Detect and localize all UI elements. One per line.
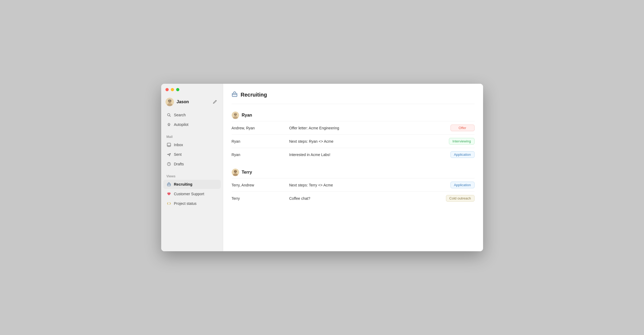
terry-header: Terry xyxy=(232,165,475,178)
sidebar-item-customer-support[interactable]: Customer Support xyxy=(163,189,221,198)
user-header: Jason xyxy=(161,95,223,110)
drafts-label: Drafts xyxy=(174,162,184,166)
email-from: Terry xyxy=(232,196,285,201)
ryan-name: Ryan xyxy=(242,113,252,118)
sent-label: Sent xyxy=(174,152,182,157)
email-from: Ryan xyxy=(232,153,285,157)
user-name: Jason xyxy=(177,99,189,104)
svg-point-22 xyxy=(234,171,235,172)
email-subject: Offer letter: Acme Engineering xyxy=(289,126,446,130)
email-tag-offer: Offer xyxy=(451,125,475,131)
close-button[interactable] xyxy=(165,88,169,91)
mail-section-label: Mail xyxy=(161,132,223,140)
maximize-button[interactable] xyxy=(176,88,179,91)
compose-icon xyxy=(213,99,218,104)
svg-point-17 xyxy=(234,114,235,114)
email-from: Ryan xyxy=(232,139,285,143)
main-header: Recruiting xyxy=(232,89,475,104)
email-row[interactable]: Ryan Interested in Acme Labs! Applicatio… xyxy=(232,148,475,161)
email-row[interactable]: Terry Coffee chat? Cold outreach xyxy=(232,192,475,205)
contact-group-ryan: Ryan Andrew, Ryan Offer letter: Acme Eng… xyxy=(232,108,475,161)
autopilot-icon xyxy=(167,122,171,127)
email-subject: Next steps: Terry <> Acme xyxy=(289,183,446,187)
email-tag-cold-outreach: Cold outreach xyxy=(446,195,475,202)
svg-point-1 xyxy=(168,99,172,103)
email-subject: Interested in Acme Labs! xyxy=(289,153,446,157)
email-from: Terry, Andrew xyxy=(232,183,285,187)
ryan-header: Ryan xyxy=(232,108,475,121)
email-row[interactable]: Andrew, Ryan Offer letter: Acme Engineer… xyxy=(232,121,475,134)
email-tag-application: Application xyxy=(451,151,475,158)
sent-icon xyxy=(167,152,171,157)
drafts-icon xyxy=(167,162,171,166)
code-icon xyxy=(167,201,171,206)
main-title: Recruiting xyxy=(241,92,267,98)
sidebar-nav: Search Autopilot xyxy=(161,110,223,130)
email-tag-application: Application xyxy=(451,182,475,188)
ryan-avatar xyxy=(232,111,239,119)
recruiting-icon xyxy=(167,182,171,187)
svg-point-23 xyxy=(236,171,236,172)
contact-group-terry: Terry Terry, Andrew Next steps: Terry <>… xyxy=(232,165,475,205)
heart-icon xyxy=(167,192,171,196)
sidebar-item-drafts[interactable]: Drafts xyxy=(163,159,221,169)
main-header-icon xyxy=(232,91,238,98)
sidebar-item-inbox[interactable]: Inbox xyxy=(163,140,221,149)
inbox-icon xyxy=(167,142,171,147)
sidebar-item-search[interactable]: Search xyxy=(163,110,221,119)
svg-rect-12 xyxy=(232,93,237,97)
user-avatar xyxy=(165,98,174,106)
app-window: Jason Search xyxy=(161,84,483,251)
svg-rect-10 xyxy=(167,184,171,186)
svg-point-18 xyxy=(236,114,236,114)
sidebar-item-autopilot[interactable]: Autopilot xyxy=(163,120,221,129)
email-from: Andrew, Ryan xyxy=(232,126,285,130)
sidebar: Jason Search xyxy=(161,84,223,251)
project-status-label: Project status xyxy=(174,201,197,206)
inbox-label: Inbox xyxy=(174,143,183,147)
sidebar-item-recruiting[interactable]: Recruiting xyxy=(163,180,221,189)
search-icon xyxy=(167,113,171,117)
recruiting-label: Recruiting xyxy=(174,182,192,186)
sidebar-item-sent[interactable]: Sent xyxy=(163,150,221,159)
main-content: Recruiting Ryan Andrew, Ryan Offer lette… xyxy=(223,84,483,251)
email-subject: Next steps: Ryan <> Acme xyxy=(289,139,445,143)
user-info: Jason xyxy=(165,98,189,106)
views-section: Views Recruiting Customer Sup xyxy=(161,171,223,209)
svg-point-4 xyxy=(170,101,171,101)
autopilot-label: Autopilot xyxy=(174,122,188,127)
email-subject: Coffee chat? xyxy=(289,196,442,201)
search-label: Search xyxy=(174,113,186,117)
window-controls xyxy=(161,88,223,95)
mail-section: Mail Inbox Sent xyxy=(161,132,223,169)
email-row[interactable]: Ryan Next steps: Ryan <> Acme Interviewi… xyxy=(232,134,475,148)
minimize-button[interactable] xyxy=(171,88,174,91)
views-section-label: Views xyxy=(161,171,223,180)
email-tag-interviewing: Interviewing xyxy=(449,138,474,145)
email-row[interactable]: Terry, Andrew Next steps: Terry <> Acme … xyxy=(232,178,475,192)
terry-name: Terry xyxy=(242,170,252,175)
compose-button[interactable] xyxy=(212,98,219,106)
svg-point-3 xyxy=(168,101,169,101)
svg-line-6 xyxy=(169,116,171,117)
customer-support-label: Customer Support xyxy=(174,192,204,196)
terry-avatar xyxy=(232,169,239,176)
sidebar-item-project-status[interactable]: Project status xyxy=(163,199,221,208)
